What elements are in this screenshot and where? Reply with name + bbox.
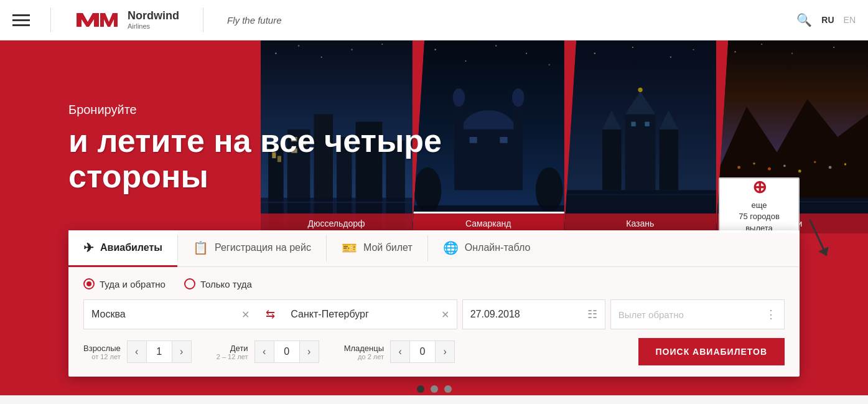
adults-value: 1	[147, 341, 172, 363]
adults-increment[interactable]: ›	[172, 341, 192, 363]
children-increment[interactable]: ›	[299, 341, 319, 363]
adults-counter-group: Взрослые от 12 лет ‹ 1 ›	[83, 341, 192, 363]
search-button[interactable]: ПОИСК АВИАБИЛЕТОВ	[638, 338, 785, 365]
infants-increment[interactable]: ›	[435, 341, 455, 363]
from-clear-icon[interactable]: ✕	[241, 309, 250, 321]
infants-label-group: Младенцы до 2 лет	[344, 344, 384, 360]
adults-label-group: Взрослые от 12 лет	[83, 344, 121, 360]
radio-roundtrip-label: Туда и обратно	[100, 279, 166, 289]
tab-myticket-label: Мой билет	[363, 242, 413, 253]
lang-ru-button[interactable]: RU	[821, 15, 834, 25]
timetable-icon: 🌐	[443, 240, 459, 255]
carousel-dot-3[interactable]	[444, 385, 452, 393]
from-input[interactable]	[91, 309, 238, 320]
checkin-icon: 📋	[193, 240, 208, 255]
radio-roundtrip-circle	[83, 278, 95, 289]
svg-marker-73	[818, 244, 829, 256]
more-cities-button[interactable]: ⊕ еще75 городоввылета	[719, 177, 800, 233]
airtickets-icon: ✈	[83, 240, 94, 255]
children-counter: ‹ 0 ›	[254, 341, 319, 363]
infants-counter-group: Младенцы до 2 лет ‹ 0 ›	[344, 341, 455, 363]
tab-myticket[interactable]: 🎫 Мой билет	[327, 230, 427, 267]
tab-airtickets-label: Авиабилеты	[100, 242, 162, 253]
return-grid-icon[interactable]: ⋮	[765, 308, 777, 321]
adults-sublabel: от 12 лет	[83, 353, 121, 360]
more-cities-label: еще75 городоввылета	[739, 200, 780, 234]
booking-tabs: ✈ Авиабилеты 📋 Регистрация на рейс 🎫 Мой…	[68, 230, 800, 267]
infants-decrement[interactable]: ‹	[390, 341, 410, 363]
hero-title: и летите на все четыре стороны	[68, 123, 504, 194]
to-clear-icon[interactable]: ✕	[441, 309, 449, 321]
children-label-group: Дети 2 – 12 лет	[217, 344, 248, 360]
infants-label: Младенцы	[344, 344, 384, 353]
booking-widget: ✈ Авиабилеты 📋 Регистрация на рейс 🎫 Мой…	[68, 230, 800, 377]
depart-calendar-icon[interactable]: ☷	[587, 308, 597, 321]
adults-counter: ‹ 1 ›	[127, 341, 192, 363]
to-input[interactable]	[291, 309, 437, 320]
lang-en-button[interactable]: EN	[844, 15, 856, 25]
swap-button[interactable]: ⇆	[257, 299, 283, 329]
passengers-row: Взрослые от 12 лет ‹ 1 › Дети 2 – 12 лет	[83, 338, 785, 365]
header: Nordwind Airlines Fly the future 🔍 RU EN	[0, 0, 868, 40]
hero-text-area: Бронируйте и летите на все четыре сторон…	[68, 103, 504, 194]
children-decrement[interactable]: ‹	[254, 341, 274, 363]
carousel-dots	[417, 385, 452, 393]
logo-icon	[72, 8, 121, 32]
infants-sublabel: до 2 лет	[344, 353, 384, 360]
myticket-icon: 🎫	[342, 240, 357, 255]
header-right: 🔍 RU EN	[796, 12, 856, 27]
tagline: Fly the future	[227, 15, 282, 26]
children-counter-group: Дети 2 – 12 лет ‹ 0 ›	[217, 341, 319, 363]
hero-subtitle: Бронируйте	[68, 103, 504, 117]
city-overlay-3	[564, 40, 716, 233]
city-panel-kazan[interactable]: Казань	[564, 40, 716, 233]
svg-line-72	[800, 220, 836, 256]
return-date-placeholder: Вылет обратно	[618, 309, 765, 320]
more-cities-plus-icon: ⊕	[752, 177, 767, 197]
radio-oneway-circle	[184, 278, 195, 289]
infants-value: 0	[410, 341, 435, 363]
header-divider-2	[203, 7, 203, 32]
tab-checkin-label: Регистрация на рейс	[215, 242, 311, 253]
radio-roundtrip[interactable]: Туда и обратно	[83, 278, 166, 289]
children-label: Дети	[217, 344, 248, 353]
header-left: Nordwind Airlines Fly the future	[12, 7, 282, 32]
return-date-field[interactable]: Вылет обратно ⋮	[610, 299, 785, 329]
search-fields-row: ✕ ⇆ ✕ ☷ Вылет обратно ⋮	[83, 299, 785, 329]
hamburger-menu[interactable]	[12, 14, 30, 26]
depart-date-input[interactable]	[470, 309, 587, 320]
search-icon[interactable]: 🔍	[796, 12, 812, 27]
logo-sub: Airlines	[128, 22, 179, 31]
tab-airtickets[interactable]: ✈ Авиабилеты	[68, 230, 177, 267]
header-divider-1	[50, 7, 51, 32]
infants-counter: ‹ 0 ›	[390, 341, 455, 363]
carousel-dot-2[interactable]	[431, 385, 438, 393]
logo-brand: Nordwind	[128, 9, 179, 23]
depart-date-field: ☷	[462, 299, 605, 329]
from-field: ✕	[83, 299, 257, 329]
logo-text: Nordwind Airlines	[128, 9, 179, 31]
booking-form: Туда и обратно Только туда ✕ ⇆ ✕	[68, 267, 800, 377]
adults-label: Взрослые	[83, 344, 121, 353]
adults-decrement[interactable]: ‹	[127, 341, 147, 363]
children-value: 0	[274, 341, 299, 363]
carousel-dot-1[interactable]	[417, 385, 424, 393]
trip-type-selector: Туда и обратно Только туда	[83, 278, 785, 289]
logo-area[interactable]: Nordwind Airlines	[72, 8, 179, 32]
radio-oneway[interactable]: Только туда	[184, 278, 252, 289]
to-field: ✕	[283, 299, 457, 329]
tab-timetable-label: Онлайн-табло	[465, 242, 531, 253]
tab-timetable[interactable]: 🌐 Онлайн-табло	[428, 230, 546, 267]
tab-checkin[interactable]: 📋 Регистрация на рейс	[178, 230, 326, 267]
hero-section: Дюссельдорф	[0, 40, 868, 395]
children-sublabel: 2 – 12 лет	[217, 353, 248, 360]
radio-oneway-label: Только туда	[200, 279, 252, 289]
